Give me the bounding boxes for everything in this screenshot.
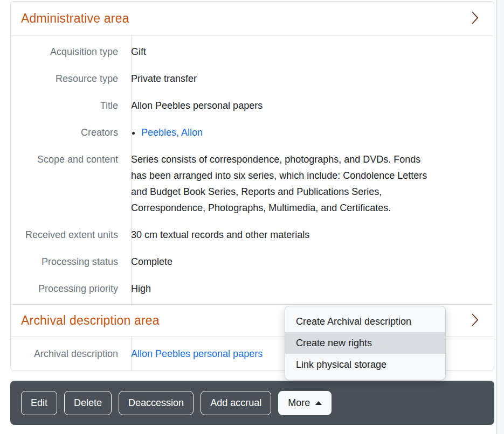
more-dropup-menu: Create Archival description Create new r… [285, 306, 446, 380]
chevron-right-icon[interactable] [471, 11, 479, 27]
field-value: 30 cm textual records and other material… [125, 221, 494, 248]
administrative-fields-table: Acquisition type Gift Resource type Priv… [11, 36, 494, 305]
more-button[interactable]: More [278, 391, 332, 415]
vertical-scrollbar-track[interactable] [496, 0, 504, 434]
field-value: Gift [125, 38, 494, 65]
section-title-administrative-area: Administrative area [21, 11, 129, 26]
archival-description-link[interactable]: Allon Peebles personal papers [131, 348, 263, 359]
accession-view-page: Administrative area Acquisition type Gif… [0, 0, 504, 434]
menu-item-create-new-rights[interactable]: Create new rights [285, 332, 445, 354]
row-resource-type: Resource type Private transfer [11, 65, 494, 92]
chevron-right-icon[interactable] [471, 313, 479, 329]
field-label: Creators [11, 119, 125, 146]
row-creators: Creators Peebles, Allon [11, 119, 494, 146]
field-label: Acquisition type [11, 38, 125, 65]
field-label: Resource type [11, 65, 125, 92]
field-label: Scope and content [11, 146, 125, 221]
field-value: Series consists of correspondence, photo… [125, 146, 494, 221]
field-value: Peebles, Allon [125, 119, 494, 146]
field-label: Archival description [11, 339, 125, 368]
add-accrual-button[interactable]: Add accrual [201, 391, 271, 415]
row-scope-and-content: Scope and content Series consists of cor… [11, 146, 494, 221]
menu-item-create-archival-description[interactable]: Create Archival description [285, 311, 445, 332]
field-value: Complete [125, 248, 494, 275]
creator-link[interactable]: Peebles, Allon [141, 127, 203, 138]
field-value: Private transfer [125, 65, 494, 92]
caret-up-icon [315, 401, 322, 405]
deaccession-button[interactable]: Deaccession [119, 391, 194, 415]
section-header-administrative-area[interactable]: Administrative area [11, 2, 494, 36]
field-label: Received extent units [11, 221, 125, 248]
more-button-label: More [288, 396, 310, 410]
section-title-archival-description-area: Archival description area [21, 313, 160, 328]
row-processing-priority: Processing priority High [11, 275, 494, 302]
action-toolbar: Edit Delete Deaccession Add accrual More [10, 381, 494, 425]
edit-button[interactable]: Edit [21, 391, 57, 415]
field-label: Title [11, 92, 125, 119]
field-value: High [125, 275, 494, 302]
row-title: Title Allon Peebles personal papers [11, 92, 494, 119]
field-label: Processing priority [11, 275, 125, 302]
field-value: Allon Peebles personal papers [125, 92, 494, 119]
creator-list-item: Peebles, Allon [141, 124, 480, 141]
delete-button[interactable]: Delete [64, 391, 112, 415]
menu-item-link-physical-storage[interactable]: Link physical storage [285, 354, 445, 375]
row-received-extent-units: Received extent units 30 cm textual reco… [11, 221, 494, 248]
field-label: Processing status [11, 248, 125, 275]
row-processing-status: Processing status Complete [11, 248, 494, 275]
row-acquisition-type: Acquisition type Gift [11, 38, 494, 65]
